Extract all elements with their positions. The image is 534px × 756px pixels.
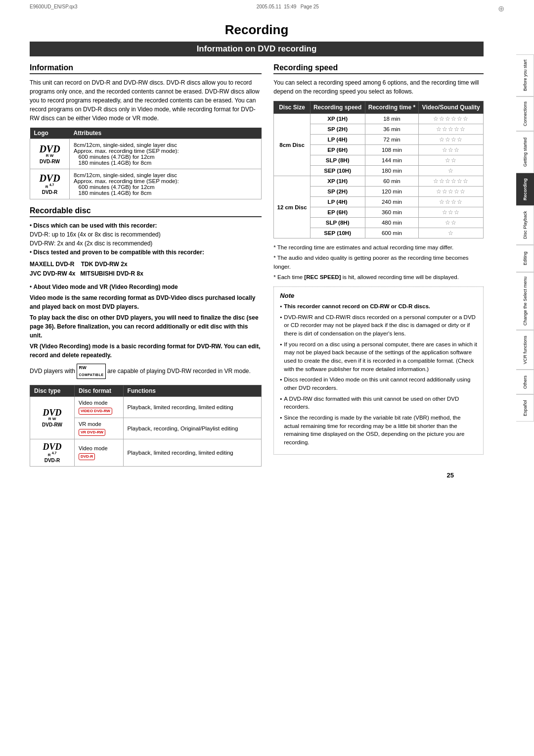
section-banner: Information on DVD recording xyxy=(30,42,484,56)
speed-lp-8cm: LP (4H) xyxy=(310,135,365,145)
tab-recording[interactable]: Recording xyxy=(516,173,534,205)
tab-change-select-menu[interactable]: Change the Select menu xyxy=(516,272,534,330)
functions-video: Playback, limited recording, limited edi… xyxy=(123,397,262,418)
stars-sp-8cm: ☆☆☆☆☆ xyxy=(419,124,484,135)
left-column: Information This unit can record on DVD-… xyxy=(30,63,262,467)
speed-slp-8cm: SLP (8H) xyxy=(310,155,365,166)
tab-vcr-functions[interactable]: VCR functions xyxy=(516,330,534,370)
speed-xp-12cm: XP (1H) xyxy=(310,176,365,187)
table-row: DVD R 4.7 DVD-R Video mode DVD-R xyxy=(30,439,262,467)
speed-ep-8cm: EP (6H) xyxy=(310,145,365,155)
speed-sp-12cm: SP (2H) xyxy=(310,187,365,197)
tab-getting-started[interactable]: Getting started xyxy=(516,131,534,173)
stars-lp-12cm: ☆☆☆☆ xyxy=(419,197,484,207)
list-item: Since the recording is made by the varia… xyxy=(280,414,477,447)
tab-editing[interactable]: Editing xyxy=(516,245,534,272)
dvdrw-label: DVD-RW xyxy=(34,159,65,164)
dvdr-label: DVD-R xyxy=(34,189,65,195)
dvdrw-attributes: 8cm/12cm, single-sided, single layer dis… xyxy=(70,139,262,169)
stars-xp-12cm: ☆☆☆☆☆☆ xyxy=(419,176,484,187)
speed-lp-12cm: LP (4H) xyxy=(310,197,365,207)
dvdr-type-dvd-text: DVD xyxy=(34,442,70,451)
right-tabs-container: Before you start Connections Getting sta… xyxy=(516,54,534,422)
recording-speed-header: Recording speed xyxy=(310,101,365,114)
time-sep-8cm: 180 min xyxy=(365,166,419,176)
video-dvdrw-badge-text: VIDEO DVD-RW xyxy=(79,408,112,415)
disc-format-header: Disc format xyxy=(75,385,124,397)
functions-dvdr: Playback, limited recording, limited edi… xyxy=(123,439,262,467)
recordable-disc-section: Recordable disc • Discs which can be use… xyxy=(30,206,262,379)
vr-dvdrw-badge: VR DVD-RW xyxy=(79,428,119,436)
recording-time-header: Recording time * xyxy=(365,101,419,114)
time-slp-12cm: 480 min xyxy=(365,218,419,228)
time-sp-8cm: 36 min xyxy=(365,124,419,135)
table-row: 8cm Disc XP (1H) 18 min ☆☆☆☆☆☆ xyxy=(274,114,484,124)
meta-file: E9600UD_EN/SP.qx3 xyxy=(30,4,78,13)
disc-type-table: Disc type Disc format Functions DVD R W xyxy=(30,385,262,467)
tab-others[interactable]: Others xyxy=(516,370,534,394)
stars-slp-12cm: ☆☆ xyxy=(419,218,484,228)
tab-connections[interactable]: Connections xyxy=(516,96,534,131)
list-item: If you record on a disc using a personal… xyxy=(280,340,477,374)
dvdr-type-cell: DVD R 4.7 DVD-R xyxy=(30,439,75,467)
right-column: Recording speed You can select a recordi… xyxy=(273,63,484,467)
note-title: Note xyxy=(280,292,477,299)
page-title: Recording xyxy=(30,22,484,38)
speed-xp-8cm: XP (1H) xyxy=(310,114,365,124)
disc-format-video: Video mode VIDEO DVD-RW xyxy=(75,397,124,418)
list-item: This recorder cannot record on CD-RW or … xyxy=(280,302,477,311)
dvdr-badge-text: DVD-R xyxy=(79,453,95,460)
main-content: Recording Information on DVD recording I… xyxy=(0,15,513,494)
recording-speed-intro: You can select a recording speed among 6… xyxy=(273,78,484,96)
speed-ep-12cm: EP (6H) xyxy=(310,207,365,218)
time-slp-8cm: 144 min xyxy=(365,155,419,166)
dvdr-badge-wrap: DVD-R xyxy=(79,453,119,460)
8cm-disc-cell: 8cm Disc xyxy=(274,114,310,176)
time-ep-12cm: 360 min xyxy=(365,207,419,218)
time-xp-8cm: 18 min xyxy=(365,114,419,124)
disc-format-dvdr: Video mode DVD-R xyxy=(75,439,124,467)
dvdrw-compat-text: DVD players with RWCOMPATIBLE are capabl… xyxy=(30,364,262,379)
stars-ep-12cm: ☆☆☆ xyxy=(419,207,484,218)
two-col-layout: Information This unit can record on DVD-… xyxy=(30,63,484,467)
information-body: This unit can record on DVD-R and DVD-RW… xyxy=(30,78,262,123)
meta-datetime: 2005.05.11 15:49 Page 25 xyxy=(257,4,319,13)
disc-format-vr: VR mode VR DVD-RW xyxy=(75,418,124,439)
time-lp-8cm: 72 min xyxy=(365,135,419,145)
dvdr-type-logo: DVD R 4.7 xyxy=(34,442,70,457)
dvdr-video-mode-label: Video mode xyxy=(79,445,119,451)
12cm-disc-cell: 12 cm Disc xyxy=(274,176,310,238)
stars-lp-8cm: ☆☆☆☆ xyxy=(419,135,484,145)
tab-disc-playback[interactable]: Disc Playback xyxy=(516,205,534,245)
video-mode-section: • About Video mode and VR (Video Recordi… xyxy=(30,283,262,360)
logo-header: Logo xyxy=(30,128,70,139)
disc-type-header: Disc type xyxy=(30,385,75,397)
table-row: 12 cm Disc XP (1H) 60 min ☆☆☆☆☆☆ xyxy=(274,176,484,187)
footnote-1: * The recording time are estimates and a… xyxy=(273,243,484,252)
stars-ep-8cm: ☆☆☆ xyxy=(419,145,484,155)
information-title: Information xyxy=(30,63,262,74)
stars-sep-8cm: ☆ xyxy=(419,166,484,176)
dvdr-badge: DVD R 4.7 xyxy=(39,173,60,189)
crosshair-icon: ⊕ xyxy=(498,4,504,13)
dvdrw-type-label: DVD-RW xyxy=(34,422,70,427)
dvdrw-type-logo: DVD R W xyxy=(34,408,70,421)
time-ep-8cm: 108 min xyxy=(365,145,419,155)
speed-sep-8cm: SEP (10H) xyxy=(310,166,365,176)
table-row: DVD R 4.7 DVD-R 8cm/12cm, single-sided, … xyxy=(30,169,262,199)
disc-brands: MAXELL DVD-R TDK DVD-RW 2x JVC DVD-RW 4x… xyxy=(30,260,262,279)
time-xp-12cm: 60 min xyxy=(365,176,419,187)
note-list: This recorder cannot record on CD-RW or … xyxy=(280,302,477,447)
footnote-3: * Each time [REC SPEED] is hit, allowed … xyxy=(273,273,484,282)
speed-sep-12cm: SEP (10H) xyxy=(310,228,365,238)
tab-before-you-start[interactable]: Before you start xyxy=(516,54,534,96)
dvd-text-r: DVD xyxy=(39,173,60,183)
table-row: DVD R W DVD-RW Video mode VIDEO DVD-RW xyxy=(30,397,262,418)
dvdr-type-label: DVD-R xyxy=(34,458,70,463)
dvdr-attributes: 8cm/12cm, single-sided, single layer dis… xyxy=(70,169,262,199)
recording-speed-section: Recording speed You can select a recordi… xyxy=(273,63,484,282)
list-item: DVD-RW/R and CD-RW/R discs recorded on a… xyxy=(280,313,477,338)
tab-espanol[interactable]: Español xyxy=(516,394,534,422)
time-lp-12cm: 240 min xyxy=(365,197,419,207)
video-dvdrw-badge: VIDEO DVD-RW xyxy=(79,407,119,415)
